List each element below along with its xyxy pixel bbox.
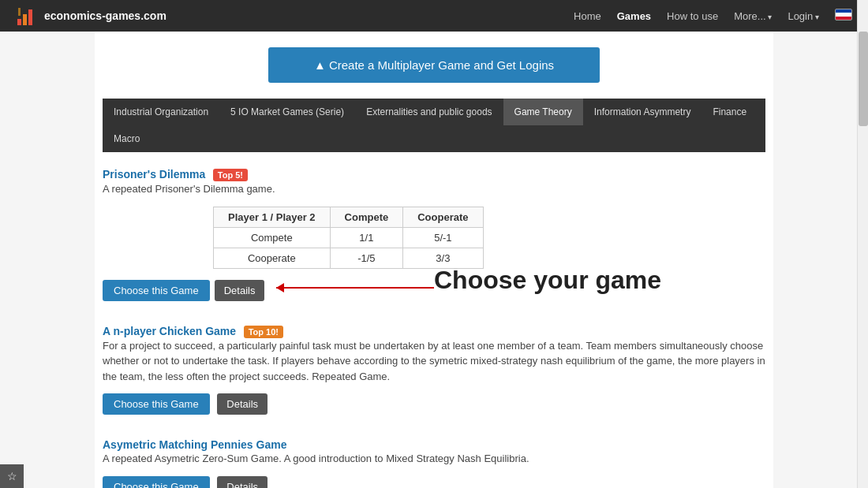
game-description: A repeated Prisoner's Dilemma game. xyxy=(103,181,765,197)
game-badge: Top 10! xyxy=(244,326,283,338)
row2-label: Cooperate xyxy=(214,248,331,268)
logo-icon xyxy=(16,5,38,27)
category-tabs: Industrial Organization 5 IO Market Game… xyxy=(103,99,765,152)
nav-more[interactable]: More... xyxy=(734,10,772,22)
language-flag-icon[interactable] xyxy=(835,9,852,20)
game-title-text: A n-player Chicken Game xyxy=(103,325,236,337)
svg-marker-5 xyxy=(276,283,284,292)
svg-rect-3 xyxy=(18,8,21,16)
notification-icon: ☆ xyxy=(7,470,17,482)
game-description: For a project to succeed, a particularly… xyxy=(103,338,765,385)
create-game-button[interactable]: Create a Multiplayer Game and Get Logins xyxy=(268,47,600,83)
row1-cooperate: 5/-1 xyxy=(403,227,483,248)
game-actions-chicken: Choose this Game Details xyxy=(103,393,765,415)
choose-game-button-chicken[interactable]: Choose this Game xyxy=(103,393,210,415)
game-title-text: Asymetric Matching Pennies Game xyxy=(103,438,286,451)
scrollbar-thumb[interactable] xyxy=(859,32,868,126)
table-header-players: Player 1 / Player 2 xyxy=(214,207,331,227)
tab-game-theory[interactable]: Game Theory xyxy=(503,99,583,125)
choose-your-game-label: Choose your game xyxy=(434,266,661,295)
game-chicken: A n-player Chicken Game Top 10! For a pr… xyxy=(103,325,765,415)
game-prisoners-dilemma: Prisoner's Dilemma Top 5! A repeated Pri… xyxy=(103,168,765,301)
payoff-table-wrap: Player 1 / Player 2 Compete Cooperate Co… xyxy=(213,207,765,269)
scrollbar[interactable] xyxy=(857,0,868,488)
svg-rect-1 xyxy=(23,14,27,25)
game-title-text: Prisoner's Dilemma xyxy=(103,168,205,181)
svg-rect-0 xyxy=(17,19,21,25)
payoff-table: Player 1 / Player 2 Compete Cooperate Co… xyxy=(213,207,484,269)
tab-externalities[interactable]: Externalities and public goods xyxy=(355,99,503,125)
details-button-chicken[interactable]: Details xyxy=(217,393,268,415)
row1-label: Compete xyxy=(214,227,331,248)
table-header-cooperate: Cooperate xyxy=(403,207,483,227)
brand: economics-games.com xyxy=(16,5,166,27)
bottom-notification[interactable]: ☆ xyxy=(0,464,24,488)
tab-macro[interactable]: Macro xyxy=(103,125,151,152)
row2-compete: -1/5 xyxy=(330,248,403,268)
tab-finance[interactable]: Finance xyxy=(702,99,758,125)
choose-game-button-pd[interactable]: Choose this Game xyxy=(103,280,210,301)
details-button-pd[interactable]: Details xyxy=(215,280,265,301)
nav-how-to-use[interactable]: How to use xyxy=(667,10,718,22)
game-matching-pennies: Asymetric Matching Pennies Game A repeat… xyxy=(103,438,765,488)
game-actions: Choose this Game Details Choose your gam… xyxy=(103,280,264,301)
game-title: Prisoner's Dilemma Top 5! xyxy=(103,168,765,181)
tab-info-asymmetry[interactable]: Information Asymmetry xyxy=(583,99,702,125)
brand-text: economics-games.com xyxy=(44,9,166,22)
details-button-mp[interactable]: Details xyxy=(217,476,268,489)
main-content: Create a Multiplayer Game and Get Logins… xyxy=(95,32,773,488)
nav-login[interactable]: Login xyxy=(788,10,819,22)
game-title: A n-player Chicken Game Top 10! xyxy=(103,325,765,338)
game-title: Asymetric Matching Pennies Game xyxy=(103,438,765,451)
choose-game-button-mp[interactable]: Choose this Game xyxy=(103,476,210,489)
table-header-compete: Compete xyxy=(330,207,403,227)
game-actions-mp: Choose this Game Details xyxy=(103,476,765,489)
game-description: A repeated Asymetric Zero-Sum Game. A go… xyxy=(103,451,765,467)
nav-home[interactable]: Home xyxy=(574,10,601,22)
svg-rect-2 xyxy=(28,9,32,25)
nav-links: Home Games How to use More... Login xyxy=(574,9,852,23)
row1-compete: 1/1 xyxy=(330,227,403,248)
table-row: Compete 1/1 5/-1 xyxy=(214,227,484,248)
tab-industrial-org[interactable]: Industrial Organization xyxy=(103,99,219,125)
tab-io-market[interactable]: 5 IO Market Games (Serie) xyxy=(219,99,355,125)
nav-games[interactable]: Games xyxy=(617,10,651,22)
navbar: economics-games.com Home Games How to us… xyxy=(0,0,868,32)
game-badge: Top 5! xyxy=(213,169,248,181)
